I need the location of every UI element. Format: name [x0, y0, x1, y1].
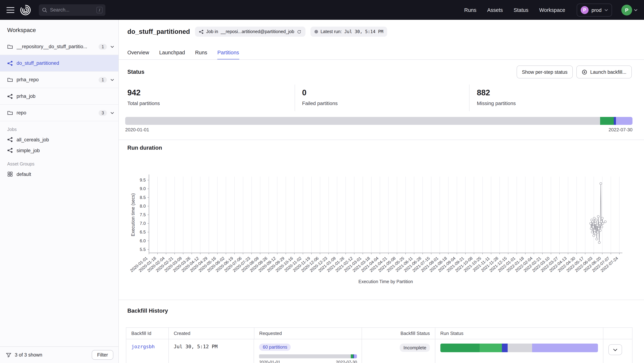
column-header-created: Created	[169, 328, 254, 339]
section-divider	[119, 300, 644, 300]
job-icon	[7, 93, 13, 99]
svg-text:6.5: 6.5	[140, 230, 146, 234]
page-header: do_stuff_partitioned Job in __reposi...a…	[127, 25, 632, 38]
chevron-down-icon[interactable]	[110, 78, 114, 81]
deployment-avatar: P	[581, 6, 588, 14]
svg-text:7.5: 7.5	[140, 212, 146, 217]
tab-partitions[interactable]: Partitions	[217, 46, 239, 60]
job-icon	[7, 148, 13, 153]
run-duration-chart: 2020-01-012020-01-182020-02-042020-02-21…	[119, 156, 644, 286]
chevron-down-icon	[613, 348, 618, 351]
plus-circle-icon	[582, 69, 587, 75]
table-row: jozrgsbh Jul 30, 5:12 PM 60 partitions 2…	[126, 339, 632, 363]
svg-text:9.0: 9.0	[140, 186, 146, 191]
tab-overview[interactable]: Overview	[127, 46, 149, 60]
requested-cell: 60 partitions 2020-01-01 2022-07-30	[254, 339, 362, 363]
svg-text:8.0: 8.0	[140, 204, 146, 208]
search-shortcut-hint: /	[96, 7, 102, 13]
run-status-bar[interactable]	[440, 344, 598, 352]
nav-link-workspace[interactable]: Workspace	[539, 7, 565, 13]
page-title: do_stuff_partitioned	[127, 28, 190, 36]
job-icon	[199, 29, 204, 34]
requested-partitions-badge[interactable]: 60 partitions	[259, 344, 291, 351]
tab-runs[interactable]: Runs	[195, 46, 207, 60]
jobs-section-label: Jobs	[7, 127, 118, 132]
folder-icon	[7, 77, 13, 82]
sidebar-title: Workspace	[7, 27, 118, 34]
job-origin-target: __reposi...artitioned@partitioned_job	[221, 29, 294, 34]
tab-launchpad[interactable]: Launchpad	[159, 46, 185, 60]
grid-icon	[7, 171, 13, 177]
requested-partition-bar	[259, 354, 357, 358]
job-tabs: Overview Launchpad Runs Partitions	[127, 46, 239, 60]
nav-links: Runs Assets Status Workspace	[464, 7, 565, 13]
deployment-switcher[interactable]: P prod	[577, 4, 612, 16]
partition-bar-end-date: 2022-07-30	[608, 127, 632, 132]
sidebar-item-job[interactable]: all_cereals_job	[0, 134, 118, 145]
svg-text:5.5: 5.5	[140, 247, 146, 252]
column-header-backfill-id: Backfill Id	[126, 328, 169, 339]
asset-groups-section-label: Asset Groups	[7, 162, 118, 166]
launch-backfill-button[interactable]: Launch backfill...	[576, 66, 632, 78]
sidebar-footer: 3 of 3 shown Filter	[0, 346, 118, 363]
stat-total-partitions: 942 Total partitions	[119, 84, 294, 111]
job-icon	[7, 137, 13, 142]
main-content: do_stuff_partitioned Job in __reposi...a…	[119, 20, 644, 363]
nav-link-assets[interactable]: Assets	[487, 7, 503, 13]
repo-count-badge: 1	[99, 77, 107, 82]
tabs-divider	[119, 59, 644, 60]
backfill-history-table: Backfill Id Created Requested Backfill S…	[126, 328, 632, 363]
sidebar-item-job-selected[interactable]: do_stuff_partitioned	[0, 55, 118, 72]
stat-failed-partitions: 0 Failed partitions	[294, 84, 469, 111]
svg-text:9.5: 9.5	[140, 178, 146, 182]
created-timestamp: Jul 30, 5:12 PM	[174, 344, 218, 349]
status-section-header: Status Show per-step status Launch backf…	[127, 66, 632, 78]
dagster-logo-icon[interactable]	[20, 4, 32, 16]
sidebar-item-repository[interactable]: __repository__do_stuff_partitio... 1	[0, 38, 118, 55]
menu-icon[interactable]	[6, 7, 14, 13]
reload-icon[interactable]	[297, 29, 302, 34]
chevron-down-icon	[634, 9, 638, 11]
user-menu[interactable]: P	[621, 4, 638, 15]
partition-status-bar[interactable]	[125, 117, 632, 125]
sidebar-item-job[interactable]: simple_job	[0, 145, 118, 156]
run-duration-title: Run duration	[127, 144, 162, 151]
run-status-dot	[314, 30, 318, 34]
chevron-down-icon[interactable]	[110, 46, 114, 48]
svg-text:8.5: 8.5	[140, 195, 146, 200]
folder-icon	[7, 44, 13, 50]
svg-text:Execution time (secs): Execution time (secs)	[130, 193, 136, 236]
backfill-status-badge: Incomplete	[400, 344, 430, 352]
latest-run-link[interactable]: Jul 30, 5:14 PM	[344, 29, 383, 34]
search-box[interactable]: /	[39, 4, 106, 16]
expand-row-button[interactable]	[608, 344, 622, 355]
section-divider	[119, 140, 644, 140]
chevron-down-icon[interactable]	[110, 112, 114, 114]
nav-link-runs[interactable]: Runs	[464, 7, 476, 13]
nav-link-status[interactable]: Status	[514, 7, 528, 13]
chevron-down-icon	[604, 9, 608, 11]
repo-count-badge: 3	[99, 110, 107, 116]
requested-bar-dates: 2020-01-01 2022-07-30	[259, 360, 357, 363]
sidebar-item-job[interactable]: prha_job	[0, 88, 118, 105]
show-per-step-status-button[interactable]: Show per-step status	[516, 66, 573, 78]
user-avatar: P	[621, 4, 632, 15]
filter-button[interactable]: Filter	[92, 350, 113, 360]
sidebar-item-asset-group[interactable]: default	[0, 169, 118, 180]
filter-funnel-icon	[6, 352, 12, 358]
job-origin-badge: Job in __reposi...artitioned@partitioned…	[195, 26, 306, 37]
table-header-row: Backfill Id Created Requested Backfill S…	[126, 328, 632, 339]
svg-text:Execution Time by Partition: Execution Time by Partition	[358, 279, 413, 284]
svg-text:7.0: 7.0	[140, 221, 146, 226]
sidebar-item-repository[interactable]: prha_repo 1	[0, 72, 118, 88]
partition-bar-start-date: 2020-01-01	[125, 127, 149, 132]
workspace-sidebar: Workspace __repository__do_stuff_partiti…	[0, 20, 119, 363]
partition-stats: 942 Total partitions 0 Failed partitions…	[119, 84, 644, 111]
search-input[interactable]	[50, 7, 94, 12]
sidebar-item-repository[interactable]: repo 3	[0, 105, 118, 121]
status-title: Status	[127, 69, 144, 75]
folder-icon	[7, 110, 13, 116]
deployment-label: prod	[592, 7, 602, 13]
partition-bar-dates: 2020-01-01 2022-07-30	[125, 127, 632, 132]
backfill-id-link[interactable]: jozrgsbh	[131, 344, 155, 349]
